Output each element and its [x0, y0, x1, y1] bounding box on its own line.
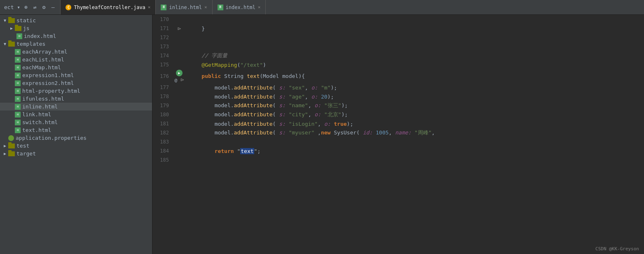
switch-label: switch.html	[22, 119, 58, 125]
highlighted-text: text	[240, 148, 254, 154]
line-code: }	[185, 24, 644, 33]
left-controls: ect ▾ ⊕ ⇌ ⚙ –	[0, 0, 61, 14]
line-gutter	[173, 119, 185, 128]
js-label: js	[23, 25, 30, 31]
line-gutter	[173, 15, 185, 24]
tree-item-static-index[interactable]: H index.html	[0, 32, 152, 40]
java-icon: C	[66, 5, 71, 10]
table-row: 181 model.addAttribute( s: "isLogin", o:…	[152, 119, 644, 128]
ifunless-icon: H	[15, 96, 21, 102]
minimize-button[interactable]: –	[50, 3, 56, 11]
text-html-icon: H	[15, 127, 21, 133]
html-property-label: html-property.html	[22, 88, 80, 94]
line-gutter: ▶ @ ⊳	[173, 69, 185, 83]
table-row: 178 model.addAttribute( s: "age", o: 20)…	[152, 92, 644, 101]
line-gutter	[173, 42, 185, 51]
target-folder-icon	[8, 151, 15, 156]
settings-button[interactable]: ⚙	[41, 3, 47, 11]
tree-item-ifunless[interactable]: H ifunless.html	[0, 95, 152, 103]
tree-item-switch[interactable]: H switch.html	[0, 118, 152, 126]
line-code	[185, 33, 644, 42]
tab-java[interactable]: C ThymeleafController.java ×	[61, 0, 156, 14]
line-number: 174	[152, 51, 173, 60]
static-arrow: ▼	[2, 18, 8, 23]
line-number: 175	[152, 60, 173, 69]
tree-item-expression1[interactable]: H expression1.html	[0, 71, 152, 79]
line-number: 178	[152, 92, 173, 101]
debug-icon[interactable]: @	[175, 78, 178, 83]
project-label: ect ▾	[4, 4, 20, 10]
tree-item-test[interactable]: ▶ test	[0, 142, 152, 150]
line-number: 171	[152, 24, 173, 33]
tree-item-templates[interactable]: ▼ templates	[0, 40, 152, 48]
table-row: 185	[152, 155, 644, 165]
code-table: 170 171 ⊳ } 172 173	[152, 15, 644, 165]
inline-label: inline.html	[22, 103, 58, 110]
line-code	[185, 15, 644, 24]
line-code: model.addAttribute( s: "city", o: "北京");	[185, 110, 644, 119]
tab-java-close[interactable]: ×	[148, 5, 151, 10]
tab-bar: ect ▾ ⊕ ⇌ ⚙ – C ThymeleafController.java…	[0, 0, 644, 15]
run-icon[interactable]: ▶	[176, 70, 183, 76]
table-row: 176 ▶ @ ⊳ public String text(Model model…	[152, 69, 644, 83]
tree-item-static[interactable]: ▼ static	[0, 16, 152, 24]
line-number: 177	[152, 83, 173, 92]
tree-item-eachArray[interactable]: H eachArray.html	[0, 48, 152, 56]
tree-item-target[interactable]: ▶ target	[0, 150, 152, 158]
line-code: model.addAttribute( s: "age", o: 20);	[185, 92, 644, 101]
text-html-label: text.html	[22, 127, 51, 133]
tree-item-eachList[interactable]: H eachList.html	[0, 56, 152, 64]
line-gutter	[173, 155, 185, 165]
html-property-icon: H	[15, 88, 21, 94]
ifunless-label: ifunless.html	[22, 96, 64, 102]
tab-index-label: index.html	[226, 5, 255, 10]
templates-label: templates	[16, 41, 45, 47]
line-code	[185, 137, 644, 146]
tree-item-text-html[interactable]: H text.html	[0, 126, 152, 134]
tree-item-inline[interactable]: H inline.html	[0, 103, 152, 111]
test-folder-icon	[8, 143, 15, 148]
line-number: 180	[152, 110, 173, 119]
tree-item-expression2[interactable]: H expression2.html	[0, 79, 152, 87]
test-arrow: ▶	[2, 143, 8, 148]
line-code: return "text";	[185, 146, 644, 155]
application-props-icon	[8, 135, 14, 141]
tree-item-eachMap[interactable]: H eachMap.html	[0, 64, 152, 71]
tree-item-link[interactable]: H link.html	[0, 111, 152, 118]
table-row: 184 return "text";	[152, 146, 644, 155]
static-label: static	[16, 17, 36, 24]
tab-inline-close[interactable]: ×	[204, 5, 207, 10]
templates-arrow: ▼	[2, 42, 8, 46]
expression2-icon: H	[15, 80, 21, 86]
table-row: 177 model.addAttribute( s: "sex", o: "m"…	[152, 83, 644, 92]
js-folder-icon	[15, 26, 21, 31]
line-code: public String text(Model model){	[185, 69, 644, 83]
bookmark-icon: ⊳	[178, 25, 181, 32]
line-gutter	[173, 137, 185, 146]
tab-index-close[interactable]: ×	[258, 5, 261, 10]
code-editor[interactable]: 170 171 ⊳ } 172 173	[152, 15, 644, 254]
table-row: 175 @GetMapping("/text")	[152, 60, 644, 69]
table-row: 174 // 字面量	[152, 51, 644, 60]
tree-item-application-properties[interactable]: application.properties	[0, 134, 152, 142]
tab-index[interactable]: H index.html ×	[213, 0, 266, 14]
bookmark-icon-176: ⊳	[180, 76, 184, 83]
tree-item-html-property[interactable]: H html-property.html	[0, 87, 152, 95]
table-row: 172	[152, 33, 644, 42]
target-label: target	[16, 151, 36, 157]
tree-item-js[interactable]: ▶ js	[0, 24, 152, 32]
tab-inline[interactable]: H inline.html ×	[156, 0, 212, 14]
add-button[interactable]: ⊕	[23, 3, 29, 11]
line-gutter	[173, 128, 185, 137]
line-code	[185, 155, 644, 165]
eachList-icon: H	[15, 57, 21, 63]
split-button[interactable]: ⇌	[32, 3, 38, 11]
line-number: 184	[152, 146, 173, 155]
link-icon: H	[15, 112, 21, 118]
html-icon-inline: H	[161, 5, 166, 10]
html-icon-index: H	[218, 5, 223, 10]
line-number: 170	[152, 15, 173, 24]
line-number: 172	[152, 33, 173, 42]
static-index-icon: H	[16, 33, 22, 39]
line-code: model.addAttribute( s: "myuser" ,new Sys…	[185, 128, 644, 137]
